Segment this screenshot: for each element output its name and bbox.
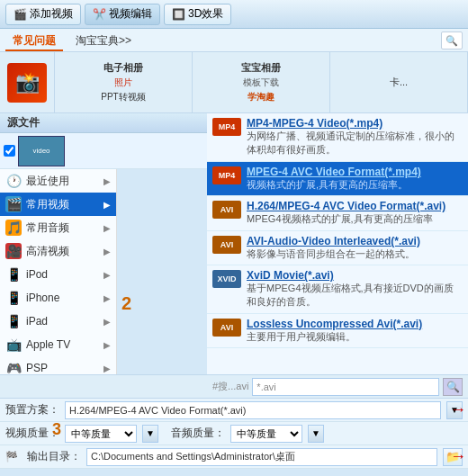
arrow-icon-6: ▶ [104,317,111,327]
format-item-4[interactable]: XVID XviD Movie(*.avi) 基于MPEG4视频压缩格式,具有接… [207,265,468,314]
content-area: 源文件 video 🕐 最近使用 ▶ 🎬 常用视频 ▶ [0,113,468,374]
preset-row: 预置方案： H.264/MPEG-4 AVC Video Format(*.av… [0,399,468,422]
ipad-icon: 📱 [5,313,22,329]
video-quality-label: 视频质量： [5,426,59,441]
nav-search[interactable]: 🔍 [441,31,463,49]
arrow-icon-2: ▶ [104,223,111,233]
format-desc-1: 视频格式的扩展,具有更高的压缩率。 [247,178,463,192]
nav-common-issues[interactable]: 常见问题 [5,31,63,51]
format-item-5[interactable]: AVI Lossless Uncompressed Avi(*.avi) 主要用… [207,314,468,348]
flag-icon: 🏁 [5,451,20,463]
banner: 📸 电子相册 照片 PPT转视频 宝宝相册 模板下载 学淘趣 卡... [0,52,468,113]
arrow-icon-5: ▶ [104,293,111,303]
banner-label-1: 电子相册 [104,61,143,75]
annotation-3: 3 [52,420,61,439]
format-name-5: Lossless Uncompressed Avi(*.avi) [247,318,463,330]
format-name-0: MP4-MPEG-4 Video(*.mp4) [247,117,463,130]
audio-quality-select[interactable]: 中等质量 [230,425,302,443]
format-desc-0: 为网络广播、视频通讯定制的压缩标准，很小的体积却有很好画质。 [247,130,463,157]
banner-baby-album[interactable]: 宝宝相册 模板下载 学淘趣 [193,52,330,112]
3d-icon: 🔲 [172,8,185,21]
preset-value-display: H.264/MPEG-4 AVC Video Format(*.avi) [65,401,441,419]
3d-effect-button[interactable]: 🔲 3D效果 [164,4,231,25]
video-quality-select[interactable]: 中等质量 [65,425,137,443]
appletv-icon: 📺 [5,337,22,353]
psp-icon: 🎮 [5,360,22,374]
search-placeholder: #搜...avi [212,380,248,393]
banner-card[interactable]: 卡... [330,52,468,112]
arrow-icon-1: ▶ [104,200,111,210]
search-button[interactable]: 🔍 [443,378,463,396]
format-name-2: H.264/MPEG-4 AVC Video Format(*.avi) [247,200,463,212]
source-header: 源文件 [0,113,207,133]
banner-photo-album[interactable]: 电子相册 照片 PPT转视频 [55,52,193,112]
main-menu: 🕐 最近使用 ▶ 🎬 常用视频 ▶ 🎵 常用音频 ▶ 🎥 高清视频 [0,169,117,374]
format-desc-3: 将影像与语音同步组合在一起的格式。 [247,247,463,261]
video-edit-button[interactable]: ✂️ 视频编辑 [85,4,160,25]
arrow-icon-7: ▶ [104,340,111,350]
add-video-icon: 🎬 [14,8,27,21]
common-video-icon: 🎬 [5,196,22,212]
nav-bar: 常见问题 淘宝宝典>> 🔍 [0,29,468,52]
audio-icon: 🎵 [5,220,22,236]
output-row: 🏁 输出目录： 📁 → [0,445,468,469]
source-file-row: video [0,133,207,169]
left-section: 源文件 video 🕐 最近使用 ▶ 🎬 常用视频 ▶ [0,113,207,374]
menu-recent[interactable]: 🕐 最近使用 ▶ [0,169,116,193]
search-bar: #搜...avi 🔍 [0,375,468,399]
banner-sublabel-3: PPT转视频 [101,91,145,103]
output-path-input[interactable] [86,448,437,466]
video-edit-icon: ✂️ [93,8,106,21]
ipod-icon: 📱 [5,266,22,283]
bottom-section: #搜...avi 🔍 预置方案： H.264/MPEG-4 AVC Video … [0,374,468,469]
menu-ipad[interactable]: 📱 iPad ▶ [0,310,116,333]
format-desc-2: MPEG4视频格式的扩展,具有更高的压缩率 [247,212,463,226]
source-thumbnail: video [18,136,65,166]
menu-apple-tv[interactable]: 📺 Apple TV ▶ [0,333,116,356]
format-badge-2: AVI [212,201,241,219]
arrow-icon-8: ▶ [104,364,111,373]
format-item-3[interactable]: AVI AVI-Audio-Video Interleaved(*.avi) 将… [207,231,468,265]
banner-label-6: 学淘趣 [248,91,274,103]
menu-area: 🕐 最近使用 ▶ 🎬 常用视频 ▶ 🎵 常用音频 ▶ 🎥 高清视频 [0,169,207,374]
search-input[interactable] [252,378,439,396]
format-item-2[interactable]: AVI H.264/MPEG-4 AVC Video Format(*.avi)… [207,196,468,230]
format-list: MP4 MP4-MPEG-4 Video(*.mp4) 为网络广播、视频通讯定制… [207,113,468,374]
format-badge-0: MP4 [212,118,241,136]
annotation-output: → [450,447,466,466]
format-badge-5: AVI [212,319,241,337]
arrow-icon-3: ▶ [104,247,111,256]
format-item-0[interactable]: MP4 MP4-MPEG-4 Video(*.mp4) 为网络广播、视频通讯定制… [207,113,468,162]
format-desc-5: 主要用于用户视频编辑。 [247,330,463,344]
menu-psp[interactable]: 🎮 PSP ▶ [0,356,116,374]
video-quality-arrow[interactable]: ▼ [142,425,158,443]
format-desc-4: 基于MPEG4视频压缩格式,具有接近DVD的画质和良好的音质。 [247,282,463,310]
arrow-icon-0: ▶ [104,176,111,186]
source-checkbox[interactable] [4,145,15,157]
hd-video-icon: 🎥 [5,243,22,259]
top-toolbar: 🎬 添加视频 ✂️ 视频编辑 🔲 3D效果 [0,0,468,29]
banner-photo-album-icon: 📸 [7,63,47,103]
format-badge-3: AVI [212,236,241,254]
format-item-1[interactable]: MP4 MPEG-4 AVC Video Format(*.mp4) 视频格式的… [207,162,468,196]
format-name-3: AVI-Audio-Video Interleaved(*.avi) [247,235,463,247]
nav-taobao[interactable]: 淘宝宝典>> [68,31,139,51]
preset-label: 预置方案： [5,402,59,418]
menu-hd-video[interactable]: 🎥 高清视频 ▶ [0,239,116,263]
preset-value-text: H.264/MPEG-4 AVC Video Format(*.avi) [69,405,246,416]
quality-row: 视频质量： 中等质量 ▼ 音频质量： 中等质量 ▼ 3 [0,422,468,445]
search-icon: 🔍 [446,35,458,47]
arrow-icon-4: ▶ [104,270,111,280]
output-label: 输出目录： [27,449,81,464]
menu-iphone[interactable]: 📱 iPhone ▶ [0,286,116,310]
format-badge-1: MP4 [212,166,241,184]
menu-common-audio[interactable]: 🎵 常用音频 ▶ [0,216,116,239]
menu-ipod[interactable]: 📱 iPod ▶ [0,263,116,286]
annotation-1: → [450,400,466,419]
add-video-button[interactable]: 🎬 添加视频 [5,4,81,25]
format-badge-4: XVID [212,270,241,288]
banner-sublabel-2: 照片 [114,76,132,89]
audio-quality-arrow[interactable]: ▼ [308,425,324,443]
recent-icon: 🕐 [5,173,22,189]
menu-common-video[interactable]: 🎬 常用视频 ▶ [0,193,116,216]
